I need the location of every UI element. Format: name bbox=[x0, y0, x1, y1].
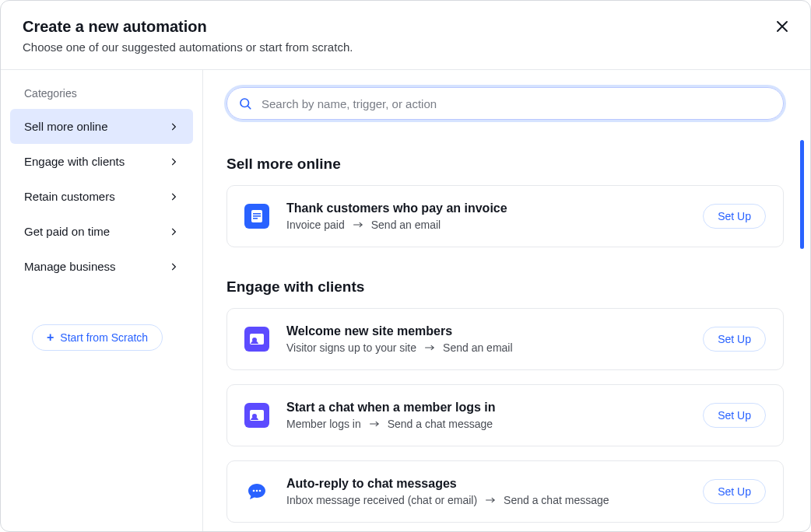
card-action: Send a chat message bbox=[504, 494, 609, 506]
create-automation-modal: Create a new automation Choose one of ou… bbox=[0, 0, 811, 532]
chat-bubble-icon bbox=[244, 479, 269, 504]
sidebar-item-retain-customers[interactable]: Retain customers bbox=[10, 179, 193, 214]
card-meta: Inbox message received (chat or email) S… bbox=[286, 494, 686, 506]
sidebar-item-label: Sell more online bbox=[24, 120, 108, 133]
svg-point-14 bbox=[259, 490, 262, 492]
svg-point-12 bbox=[253, 490, 255, 492]
setup-button[interactable]: Set Up bbox=[703, 479, 766, 504]
card-body: Auto-reply to chat messages Inbox messag… bbox=[286, 477, 686, 506]
arrow-right-icon bbox=[424, 344, 435, 352]
card-action: Send an email bbox=[443, 341, 513, 354]
modal-subtitle: Choose one of our suggested automations … bbox=[23, 40, 788, 54]
card-trigger: Invoice paid bbox=[286, 219, 345, 231]
card-body: Welcome new site members Visitor signs u… bbox=[286, 324, 686, 354]
sidebar-item-label: Manage business bbox=[24, 260, 116, 273]
categories-heading: Categories bbox=[10, 87, 193, 109]
modal-header: Create a new automation Choose one of ou… bbox=[1, 1, 810, 70]
svg-rect-5 bbox=[253, 218, 258, 219]
setup-button[interactable]: Set Up bbox=[703, 403, 766, 428]
sidebar-item-manage-business[interactable]: Manage business bbox=[10, 249, 193, 284]
sidebar-item-get-paid-on-time[interactable]: Get paid on time bbox=[10, 214, 193, 249]
section-sell-more-online: Sell more online Thank customers who pay… bbox=[226, 156, 784, 247]
card-title: Start a chat when a member logs in bbox=[286, 401, 686, 415]
sidebar-item-engage-with-clients[interactable]: Engage with clients bbox=[10, 144, 193, 179]
chevron-right-icon bbox=[168, 121, 179, 132]
close-button[interactable] bbox=[771, 16, 793, 38]
sidebar-item-sell-more-online[interactable]: Sell more online bbox=[10, 109, 193, 144]
section-title: Engage with clients bbox=[226, 278, 784, 296]
card-meta: Invoice paid Send an email bbox=[286, 219, 686, 231]
card-meta: Visitor signs up to your site Send an em… bbox=[286, 341, 686, 354]
automation-card[interactable]: Start a chat when a member logs in Membe… bbox=[226, 384, 784, 446]
main-content: Sell more online Thank customers who pay… bbox=[203, 70, 810, 531]
svg-point-13 bbox=[256, 490, 258, 492]
card-body: Start a chat when a member logs in Membe… bbox=[286, 401, 686, 430]
svg-rect-4 bbox=[253, 215, 261, 217]
invoice-icon bbox=[244, 204, 269, 229]
modal-title: Create a new automation bbox=[23, 18, 788, 36]
card-action: Send an email bbox=[371, 219, 441, 231]
sidebar-item-label: Get paid on time bbox=[24, 225, 110, 238]
sidebar: Categories Sell more online Engage with … bbox=[1, 70, 203, 531]
close-icon bbox=[775, 19, 789, 36]
member-icon bbox=[244, 403, 269, 428]
section-title: Sell more online bbox=[226, 156, 784, 173]
search-icon bbox=[238, 96, 252, 110]
start-scratch-area: + Start from Scratch bbox=[10, 284, 193, 351]
section-engage-with-clients: Engage with clients Welcome new site mem… bbox=[226, 278, 784, 523]
plus-icon: + bbox=[47, 331, 54, 344]
svg-rect-3 bbox=[253, 213, 261, 215]
automation-card[interactable]: Thank customers who pay an invoice Invoi… bbox=[226, 185, 784, 247]
card-meta: Member logs in Send a chat message bbox=[286, 418, 686, 430]
automation-card[interactable]: Welcome new site members Visitor signs u… bbox=[226, 308, 784, 370]
automation-card[interactable]: Auto-reply to chat messages Inbox messag… bbox=[226, 460, 784, 523]
card-trigger: Inbox message received (chat or email) bbox=[286, 494, 477, 506]
chevron-right-icon bbox=[168, 226, 179, 237]
start-from-scratch-button[interactable]: + Start from Scratch bbox=[32, 324, 163, 351]
card-title: Welcome new site members bbox=[286, 324, 686, 338]
card-body: Thank customers who pay an invoice Invoi… bbox=[286, 201, 686, 231]
sidebar-item-label: Engage with clients bbox=[24, 155, 125, 168]
chevron-right-icon bbox=[168, 191, 179, 202]
main-scroll-area[interactable]: Sell more online Thank customers who pay… bbox=[203, 70, 810, 531]
sidebar-item-label: Retain customers bbox=[24, 190, 115, 203]
start-scratch-label: Start from Scratch bbox=[60, 331, 148, 344]
arrow-right-icon bbox=[369, 420, 380, 428]
card-action: Send a chat message bbox=[388, 418, 493, 430]
chevron-right-icon bbox=[168, 261, 179, 272]
arrow-right-icon bbox=[485, 496, 496, 504]
card-trigger: Member logs in bbox=[286, 418, 361, 430]
arrow-right-icon bbox=[353, 221, 363, 229]
search-input[interactable] bbox=[262, 97, 771, 110]
modal-body: Categories Sell more online Engage with … bbox=[1, 70, 810, 531]
card-title: Auto-reply to chat messages bbox=[286, 477, 686, 491]
card-trigger: Visitor signs up to your site bbox=[286, 341, 416, 354]
chevron-right-icon bbox=[168, 156, 179, 167]
member-icon bbox=[244, 327, 269, 352]
setup-button[interactable]: Set Up bbox=[703, 327, 766, 352]
card-title: Thank customers who pay an invoice bbox=[286, 201, 686, 215]
svg-point-0 bbox=[240, 99, 249, 107]
search-field-wrap[interactable] bbox=[226, 87, 784, 120]
scrollbar-thumb[interactable] bbox=[800, 140, 804, 249]
setup-button[interactable]: Set Up bbox=[703, 204, 766, 229]
